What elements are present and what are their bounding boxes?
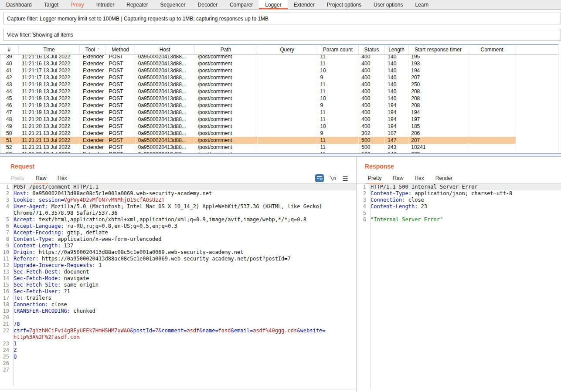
editor-line: 26 (0, 360, 356, 367)
line-number: 13 (0, 269, 12, 275)
column-header-host[interactable]: Host (135, 45, 195, 54)
editor-line: 22csrf=7gYzhMCiFvi4gBEyUEEk7HmHSHM7xWAO&… (0, 328, 356, 334)
capture-filter-bar[interactable]: Capture filter: Logger memory limit set … (3, 13, 561, 24)
table-row-52[interactable]: 5211:21:21 13 Jul 2022ExtenderPOST0a9500… (0, 144, 561, 151)
table-row-40[interactable]: 4011:21:16 13 Jul 2022ExtenderPOST0a9500… (0, 60, 561, 67)
tab-extender[interactable]: Extender (288, 0, 321, 9)
response-tab-pretty[interactable]: Pretty (362, 173, 387, 183)
cell: 11 (317, 60, 359, 67)
cell: 0a9500020413d88... (136, 74, 195, 81)
column-header-query[interactable]: Query (257, 45, 317, 54)
tab-comparer[interactable]: Comparer (224, 0, 259, 9)
cell (468, 144, 516, 151)
cell: /post/comment (195, 137, 258, 144)
table-row-46[interactable]: 4611:21:19 13 Jul 2022ExtenderPOST0a9500… (0, 102, 561, 109)
line-content: Te: trailers (12, 295, 356, 301)
cell: 500 (359, 144, 385, 151)
table-row-41[interactable]: 4111:21:17 13 Jul 2022ExtenderPOST0a9500… (0, 67, 561, 74)
cell: 400 (359, 55, 385, 60)
cell: 10 (317, 95, 359, 102)
tab-decoder[interactable]: Decoder (192, 0, 224, 9)
request-tab-hex[interactable]: Hex (52, 173, 72, 183)
column-header-status[interactable]: Status (359, 45, 385, 54)
tab-dashboard[interactable]: Dashboard (0, 0, 38, 9)
response-editor[interactable]: 1HTTP/1.1 500 Internal Server Error2Cont… (357, 184, 561, 392)
tab-project-options[interactable]: Project options (321, 0, 367, 9)
cell: 0a9500020413d88... (136, 130, 195, 137)
table-row-49[interactable]: 4911:21:20 13 Jul 2022ExtenderPOST0a9500… (0, 123, 561, 130)
response-tab-render[interactable]: Render (430, 173, 458, 183)
line-content: Connection: close (369, 197, 561, 203)
response-view-tabs: PrettyRawHexRender (362, 173, 458, 183)
cell: /post/comment (195, 116, 258, 123)
horizontal-splitter[interactable] (0, 153, 561, 157)
table-row-50[interactable]: 5011:21:21 13 Jul 2022ExtenderPOST0a9500… (0, 130, 561, 137)
response-tab-raw[interactable]: Raw (387, 173, 409, 183)
tab-logger[interactable]: Logger (259, 0, 287, 9)
line-number: 12 (0, 262, 12, 269)
column-header-comment[interactable]: Comment (468, 45, 516, 54)
table-scrollbar[interactable] (558, 44, 561, 157)
line-content: Accept: text/html,application/xhtml+xml,… (12, 216, 356, 223)
tab-user-options[interactable]: User options (367, 0, 409, 9)
table-row-39[interactable]: 3911:21:16 13 Jul 2022ExtenderPOST0a9500… (0, 55, 561, 60)
logger-table-header: #TimeTool⌃MethodHostPathQueryParam count… (0, 44, 561, 55)
request-tab-raw[interactable]: Raw (30, 173, 52, 183)
cell: 11 (317, 137, 359, 144)
response-lines: 1HTTP/1.1 500 Internal Server Error2Cont… (357, 184, 561, 223)
editor-menu-icon[interactable]: ☰ (343, 175, 348, 182)
table-row-44[interactable]: 4411:21:18 13 Jul 2022ExtenderPOST0a9500… (0, 88, 561, 95)
line-number: 15 (0, 282, 12, 288)
line-content: "Internal Server Error" (369, 216, 561, 223)
cell (516, 102, 561, 109)
newline-toggle-icon[interactable]: \n (330, 175, 336, 181)
table-row-48[interactable]: 4811:21:20 13 Jul 2022ExtenderPOST0a9500… (0, 116, 561, 123)
prettify-icon[interactable] (315, 174, 324, 182)
request-tab-pretty[interactable]: Pretty (5, 173, 30, 183)
cell (258, 81, 318, 88)
editor-line: 8Content-Type: application/x-www-form-ur… (0, 236, 356, 243)
column-header-tool[interactable]: Tool⌃ (80, 45, 106, 54)
table-row-45[interactable]: 4511:21:19 13 Jul 2022ExtenderPOST0a9500… (0, 95, 561, 102)
table-row-43[interactable]: 4311:21:18 13 Jul 2022ExtenderPOST0a9500… (0, 81, 561, 88)
line-number: 3 (357, 197, 369, 203)
line-number (0, 210, 12, 216)
column-header-param-count[interactable]: Param count (317, 45, 359, 54)
tab-target[interactable]: Target (38, 0, 65, 9)
tab-intruder[interactable]: Intruder (90, 0, 120, 9)
line-content: tRANSFER-ENCODING: chunked (12, 308, 356, 314)
column-header--[interactable]: # (0, 45, 19, 54)
line-content: Origin: https://0a9500020413d88ac08c5c1e… (12, 249, 356, 256)
line-content: Sec-Fetch-Mode: navigate (12, 275, 356, 282)
cell: 400 (359, 74, 385, 81)
cell (258, 109, 318, 116)
table-row-47[interactable]: 4711:21:19 13 Jul 2022ExtenderPOST0a9500… (0, 109, 561, 116)
cell (468, 95, 516, 102)
cell: 194 (385, 102, 408, 109)
cell (258, 74, 318, 81)
cell: 243 (385, 144, 408, 151)
column-header-path[interactable]: Path (195, 45, 257, 54)
response-tab-hex[interactable]: Hex (409, 173, 429, 183)
cell: 42 (0, 74, 19, 81)
column-header-length[interactable]: Length (385, 45, 408, 54)
cell (468, 81, 516, 88)
tab-repeater[interactable]: Repeater (120, 0, 154, 9)
line-content: Q (12, 354, 356, 360)
cell (258, 130, 318, 137)
view-filter-bar[interactable]: View filter: Showing all items (3, 29, 561, 41)
table-row-51[interactable]: 5111:21:21 13 Jul 2022ExtenderPOST0a9500… (0, 137, 561, 144)
table-row-42[interactable]: 4211:21:17 13 Jul 2022ExtenderPOST0a9500… (0, 74, 561, 81)
tab-learn[interactable]: Learn (409, 0, 435, 9)
cell: 400 (359, 67, 385, 74)
column-header-time[interactable]: Time (19, 45, 80, 54)
tab-sequencer[interactable]: Sequencer (154, 0, 192, 9)
request-editor[interactable]: 1POST /post/comment HTTP/1.12Host: 0a950… (0, 184, 356, 389)
column-header-method[interactable]: Method (106, 45, 135, 54)
editor-line: 25Q (0, 354, 356, 360)
tab-proxy[interactable]: Proxy (65, 0, 90, 9)
cell (516, 116, 561, 123)
editor-line: 2Host: 0a9500020413d88ac08c5c1e001a0069.… (0, 190, 356, 197)
line-number: 5 (0, 216, 12, 223)
column-header-start-response-timer[interactable]: Start response timer (408, 45, 468, 54)
